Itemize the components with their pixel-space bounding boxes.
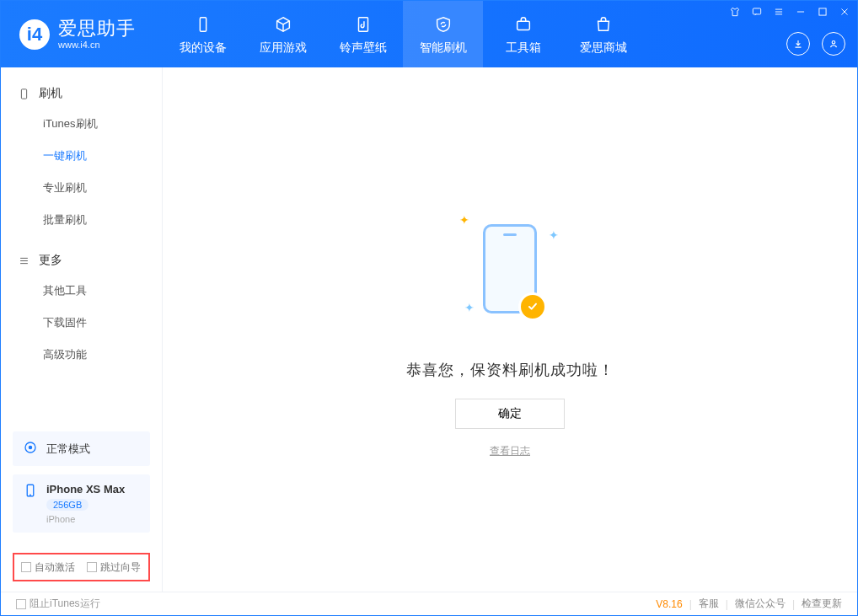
window-controls bbox=[729, 6, 850, 18]
success-message: 恭喜您，保资料刷机成功啦！ bbox=[406, 360, 614, 380]
tab-apps[interactable]: 应用游戏 bbox=[243, 1, 323, 67]
version-label: V8.16 bbox=[656, 598, 682, 610]
tab-my-device[interactable]: 我的设备 bbox=[163, 1, 243, 67]
sidebar-item-other-tools[interactable]: 其他工具 bbox=[1, 275, 162, 307]
footer-link-kefu[interactable]: 客服 bbox=[699, 597, 719, 611]
checkbox-label: 跳过向导 bbox=[100, 560, 141, 575]
account-button[interactable] bbox=[822, 32, 845, 56]
footer: 阻止iTunes运行 V8.16 | 客服 | 微信公众号 | 检查更新 bbox=[1, 592, 857, 615]
group-title: 刷机 bbox=[39, 86, 62, 101]
svg-rect-0 bbox=[200, 17, 206, 31]
svg-rect-6 bbox=[21, 88, 26, 98]
tab-label: 铃声壁纸 bbox=[340, 40, 387, 56]
app-site: www.i4.cn bbox=[58, 40, 136, 50]
device-icon bbox=[192, 13, 214, 35]
flash-group-icon bbox=[18, 88, 30, 100]
device-name: iPhone XS Max bbox=[46, 483, 125, 495]
svg-rect-1 bbox=[358, 17, 367, 31]
checkbox-label: 阻止iTunes运行 bbox=[29, 597, 100, 611]
success-illustration: ✦ ✦ ✦ bbox=[442, 201, 577, 336]
tab-toolbox[interactable]: 工具箱 bbox=[483, 1, 563, 67]
tab-label: 智能刷机 bbox=[420, 40, 467, 56]
minimize-icon[interactable] bbox=[795, 6, 807, 18]
sidebar-item-one-click-flash[interactable]: 一键刷机 bbox=[1, 140, 162, 172]
main-panel: ✦ ✦ ✦ 恭喜您，保资料刷机成功啦！ 确定 查看日志 bbox=[163, 67, 857, 592]
skin-icon[interactable] bbox=[729, 6, 741, 18]
app-logo-icon: i4 bbox=[19, 19, 50, 50]
ok-button[interactable]: 确定 bbox=[455, 399, 565, 429]
footer-link-update[interactable]: 检查更新 bbox=[802, 597, 842, 611]
mode-label: 正常模式 bbox=[46, 442, 90, 457]
sparkle-icon: ✦ bbox=[549, 228, 559, 242]
svg-point-8 bbox=[29, 446, 33, 450]
cube-icon bbox=[272, 13, 294, 35]
footer-link-wechat[interactable]: 微信公众号 bbox=[735, 597, 786, 611]
checkbox-label: 自动激活 bbox=[35, 560, 75, 575]
tab-label: 我的设备 bbox=[180, 40, 227, 56]
tab-label: 工具箱 bbox=[506, 40, 541, 56]
music-file-icon bbox=[352, 13, 374, 35]
device-capacity: 256GB bbox=[46, 499, 88, 511]
nav-tabs: 我的设备 应用游戏 铃声壁纸 智能刷机 工具箱 爱思商城 bbox=[163, 1, 643, 67]
checkbox-box-icon bbox=[16, 599, 26, 609]
checkbox-auto-activate[interactable]: 自动激活 bbox=[21, 560, 75, 575]
svg-rect-4 bbox=[819, 8, 826, 15]
bag-icon bbox=[593, 13, 614, 35]
logo-area: i4 爱思助手 www.i4.cn bbox=[1, 1, 154, 67]
download-manager-button[interactable] bbox=[786, 32, 810, 56]
sidebar-item-batch-flash[interactable]: 批量刷机 bbox=[1, 204, 162, 236]
sidebar-item-download-firmware[interactable]: 下载固件 bbox=[1, 307, 162, 339]
header: i4 爱思助手 www.i4.cn 我的设备 应用游戏 铃声壁纸 智能刷机 工具… bbox=[1, 1, 857, 67]
device-type: iPhone bbox=[46, 514, 125, 524]
maximize-icon[interactable] bbox=[817, 6, 829, 18]
options-strip: 自动激活 跳过向导 bbox=[13, 553, 150, 581]
phone-icon bbox=[23, 483, 38, 524]
sidebar-item-advanced[interactable]: 高级功能 bbox=[1, 339, 162, 371]
sparkle-icon: ✦ bbox=[459, 213, 469, 227]
close-icon[interactable] bbox=[839, 6, 850, 18]
checkbox-block-itunes[interactable]: 阻止iTunes运行 bbox=[16, 597, 100, 611]
sidebar-group-flash: 刷机 bbox=[1, 79, 162, 108]
svg-rect-2 bbox=[517, 21, 529, 29]
sidebar-item-pro-flash[interactable]: 专业刷机 bbox=[1, 172, 162, 204]
svg-rect-3 bbox=[753, 8, 760, 14]
feedback-icon[interactable] bbox=[751, 6, 763, 18]
sidebar: 刷机 iTunes刷机 一键刷机 专业刷机 批量刷机 更多 其他工具 下载固件 … bbox=[1, 67, 163, 592]
checkbox-box-icon bbox=[87, 562, 97, 572]
tab-smart-flash[interactable]: 智能刷机 bbox=[403, 1, 483, 67]
menu-icon[interactable] bbox=[773, 6, 785, 18]
tab-label: 应用游戏 bbox=[260, 40, 307, 56]
mode-icon bbox=[23, 440, 38, 458]
sidebar-group-more: 更多 bbox=[1, 246, 162, 275]
checkbox-skip-guide[interactable]: 跳过向导 bbox=[87, 560, 141, 575]
tab-store[interactable]: 爱思商城 bbox=[563, 1, 643, 67]
checkbox-box-icon bbox=[21, 562, 31, 572]
sidebar-item-itunes-flash[interactable]: iTunes刷机 bbox=[1, 108, 162, 140]
tab-label: 爱思商城 bbox=[580, 40, 627, 56]
app-name: 爱思助手 bbox=[58, 19, 136, 39]
header-right bbox=[786, 32, 845, 56]
view-log-link[interactable]: 查看日志 bbox=[490, 444, 530, 458]
toolbox-icon bbox=[512, 13, 534, 35]
check-badge-icon bbox=[518, 292, 547, 321]
shield-sync-icon bbox=[432, 13, 454, 35]
more-group-icon bbox=[18, 254, 30, 267]
device-card[interactable]: iPhone XS Max 256GB iPhone bbox=[13, 474, 150, 533]
svg-point-5 bbox=[832, 41, 835, 45]
group-title: 更多 bbox=[39, 253, 62, 268]
tab-ringtones[interactable]: 铃声壁纸 bbox=[323, 1, 403, 67]
mode-card[interactable]: 正常模式 bbox=[13, 431, 150, 466]
sparkle-icon: ✦ bbox=[464, 301, 475, 314]
